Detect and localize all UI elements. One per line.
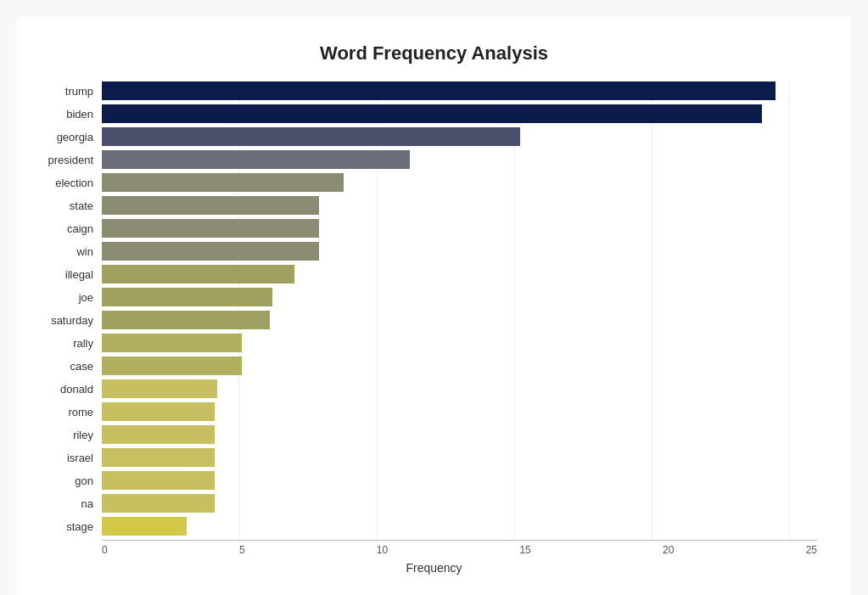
bar-fill	[102, 356, 242, 375]
x-tick: 10	[377, 544, 388, 556]
bar-row: riley	[102, 425, 817, 444]
bar-fill	[102, 127, 520, 146]
bar-fill	[102, 150, 410, 169]
bar-row: donald	[102, 379, 817, 398]
bar-row: election	[102, 173, 817, 192]
x-tick: 15	[519, 544, 530, 556]
bar-label: win	[34, 245, 102, 258]
x-tick: 25	[806, 544, 817, 556]
bar-fill	[102, 494, 215, 513]
bar-fill	[102, 81, 776, 100]
bar-row: israel	[102, 448, 817, 467]
bar-label: na	[34, 497, 102, 510]
x-tick: 0	[102, 544, 108, 556]
bar-label: case	[34, 360, 102, 373]
bar-label: biden	[34, 108, 102, 121]
bar-fill	[102, 196, 319, 215]
bar-track	[102, 81, 817, 100]
bar-row: georgia	[102, 127, 817, 146]
bar-label: donald	[34, 383, 102, 396]
bar-label: gon	[34, 474, 102, 487]
bar-fill	[102, 334, 242, 352]
bar-fill	[102, 402, 215, 421]
bar-row: saturday	[102, 311, 817, 329]
bar-track	[102, 265, 817, 283]
bar-track	[102, 104, 817, 123]
x-tick: 5	[239, 544, 245, 556]
bar-track	[102, 242, 817, 261]
bar-row: joe	[102, 288, 817, 306]
x-axis-ticks: 0510152025	[102, 544, 817, 556]
bar-label: state	[34, 199, 102, 212]
bar-fill	[102, 104, 762, 123]
bar-track	[102, 471, 817, 490]
bar-row: case	[102, 356, 817, 375]
x-axis-label: Frequency	[34, 561, 834, 575]
bar-track	[102, 517, 817, 536]
chart-title: Word Frequency Analysis	[34, 42, 834, 65]
bar-row: president	[102, 150, 817, 169]
bar-track	[102, 356, 817, 375]
bar-track	[102, 288, 817, 306]
bar-label: georgia	[34, 131, 102, 143]
bar-track	[102, 425, 817, 444]
bar-row: na	[102, 494, 817, 513]
bars-container: trumpbidengeorgiapresidentelectionstatec…	[102, 81, 817, 536]
bar-label: rally	[34, 337, 102, 350]
bar-row: rome	[102, 402, 817, 421]
bar-label: riley	[34, 429, 102, 441]
bar-track	[102, 219, 817, 238]
bar-fill	[102, 265, 294, 283]
bar-fill	[102, 425, 215, 444]
bar-fill	[102, 379, 217, 398]
bar-row: biden	[102, 104, 817, 123]
bar-track	[102, 173, 817, 192]
bar-fill	[102, 311, 270, 329]
bar-label: trump	[34, 85, 102, 98]
bar-label: joe	[34, 291, 102, 304]
bar-label: caign	[34, 222, 102, 235]
bar-fill	[102, 242, 319, 261]
bar-track	[102, 402, 817, 421]
bar-row: gon	[102, 471, 817, 490]
bar-label: president	[34, 154, 102, 166]
bar-fill	[102, 288, 272, 306]
bar-row: illegal	[102, 265, 817, 283]
bar-track	[102, 311, 817, 329]
bar-track	[102, 379, 817, 398]
bar-fill	[102, 448, 215, 467]
x-axis-line	[102, 540, 817, 541]
bar-label: illegal	[34, 268, 102, 281]
bar-fill	[102, 173, 344, 192]
bar-label: saturday	[34, 314, 102, 327]
bar-track	[102, 494, 817, 513]
bar-row: win	[102, 242, 817, 261]
bar-row: state	[102, 196, 817, 215]
bar-label: election	[34, 177, 102, 189]
bar-track	[102, 150, 817, 169]
bar-track	[102, 196, 817, 215]
bar-label: israel	[34, 452, 102, 464]
bar-row: stage	[102, 517, 817, 536]
bar-fill	[102, 471, 215, 490]
bar-track	[102, 448, 817, 467]
bar-row: rally	[102, 334, 817, 352]
bar-label: stage	[34, 520, 102, 533]
bar-row: caign	[102, 219, 817, 238]
chart-container: Word Frequency Analysis trumpbidengeorgi…	[17, 17, 851, 595]
bar-fill	[102, 219, 319, 238]
x-tick: 20	[663, 544, 674, 556]
chart-area: trumpbidengeorgiapresidentelectionstatec…	[102, 81, 817, 536]
bar-fill	[102, 517, 187, 536]
bar-track	[102, 127, 817, 146]
bar-row: trump	[102, 81, 817, 100]
bar-track	[102, 334, 817, 352]
bar-label: rome	[34, 406, 102, 418]
